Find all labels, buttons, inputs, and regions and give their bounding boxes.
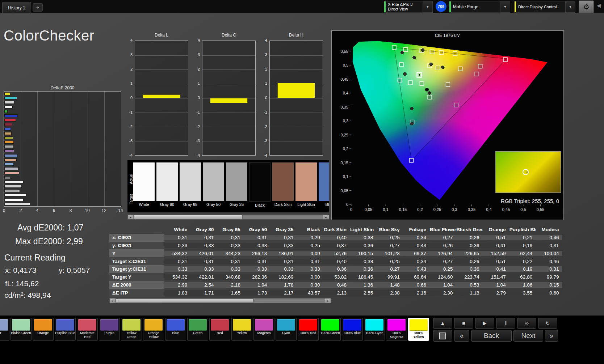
patch-swatch: Gray 35 [226,162,247,207]
y-tick-label: -4 [259,153,267,157]
patch-button-color [167,319,185,331]
y-tick-label: 1 [124,81,133,85]
table-cell: 1,04 [483,282,509,288]
patch-button[interactable]: Cyan [276,318,297,341]
patch-button[interactable]: Magenta [253,318,274,341]
patch-button[interactable]: Purple [99,318,120,341]
table-cell: 0,36 [350,243,377,248]
measurement-table: WhiteGray 80Gray 65Gray 50Gray 35BlackDa… [109,226,562,297]
target-marker [410,158,414,162]
scrollbar-track[interactable] [133,215,323,219]
table-cell: 0,33 [218,266,244,272]
scroll-left-icon[interactable]: ◄ [110,299,115,303]
row-label: ΔE 2000 [109,281,164,289]
refresh-button[interactable]: ↻ [538,318,557,329]
display-control-dropdown-arrow[interactable]: ▼ [565,1,575,13]
back-skip-button[interactable]: « [454,330,469,342]
scrollbar-track[interactable] [115,299,325,303]
patch-button-label: Orange [33,331,53,335]
y-tick-label: -3 [191,139,200,143]
loop-button[interactable]: ∞ [517,318,536,329]
table-cell: 0,36 [324,266,350,272]
settings-button[interactable]: ⚙ [579,0,594,13]
patch-button[interactable]: Orange [33,318,54,341]
measurement-marker [441,66,444,69]
next-skip-button[interactable]: » [545,330,558,342]
meter-dropdown-arrow[interactable]: ▼ [423,1,433,13]
table-cell: 0,33 [244,266,270,272]
patch-button[interactable]: Blue [165,318,186,341]
gridline [54,92,54,206]
patch-button[interactable]: Moderate Red [77,318,98,341]
table-cell: 62,80 [509,274,536,280]
table-row: ΔE ITP1,831,711,651,732,1743,572,132,552… [109,289,562,297]
patch-button-color [387,319,406,331]
back-button[interactable]: Back [471,330,512,342]
patch-swatch: Blue [319,162,329,207]
table-cell: 0,31 [218,235,244,240]
meter-dropdown[interactable]: X-Rite i1Pro 3 Direct View [384,1,423,13]
patch-button-label: Purplish Blue [55,331,75,335]
cie-x-tick: 0,3 [452,207,457,212]
scroll-left-icon[interactable]: ◄ [128,215,133,219]
tab-history-1[interactable]: History 1 [2,2,31,13]
patch-button-label: Red [210,331,230,335]
patch-button[interactable]: Orange Yellow [143,318,164,341]
deltae-bar [5,177,10,179]
patch-button-color [211,319,229,331]
pause-button[interactable]: ‖ [496,318,515,329]
source-dropdown[interactable]: Mobile Forge [449,1,500,13]
table-cell: 0,09 [297,251,323,256]
collapse-up-button[interactable]: ▲ [433,318,452,329]
table-cell: 0,30 [297,282,323,288]
scrollbar-thumb[interactable] [134,215,243,219]
table-cell: 0,31 [244,259,270,264]
scroll-right-icon[interactable]: ► [325,299,331,303]
target-marker [392,46,396,50]
source-dropdown-arrow[interactable]: ▼ [500,1,510,13]
next-button[interactable]: Next [513,330,543,342]
patch-button[interactable]: 100% Magenta [386,318,407,341]
table-cell: 2,54 [191,282,217,288]
patch-button[interactable]: Purplish Blue [55,318,76,341]
swatch-strip-scrollbar[interactable]: ◄ ► [127,215,329,220]
patch-button[interactable]: 100% Yellow [408,318,429,341]
deltae-bar [5,163,13,165]
table-scrollbar[interactable]: ◄ ► [109,298,331,303]
patch-button[interactable]: Red [209,318,230,341]
patch-button[interactable]: Green [187,318,208,341]
patch-button[interactable]: 100% Green [320,318,341,341]
y-tick-label: 3 [191,52,200,57]
patch-button[interactable]: 100% Blue [342,318,363,341]
patch-button-label: Moderate Red [77,331,97,339]
patch-button-color [233,319,251,331]
play-button[interactable]: ▶ [475,318,494,329]
patch-button[interactable]: Bluish Green [11,318,32,341]
pattern-window-button[interactable] [433,330,452,342]
scrollbar-thumb[interactable] [116,299,253,303]
table-row: Target Y534,32422,81340,68262,36182,690,… [109,273,562,281]
colorspace-709-badge[interactable]: 709 [436,1,446,12]
patch-color [180,162,201,201]
patch-swatch: Dark Skin [272,162,294,207]
cie-x-tick: 0,5 [520,207,526,212]
cie-y-tick: 0,45 [341,77,348,81]
display-control-dropdown[interactable]: Direct Display Control [514,1,566,13]
scroll-right-icon[interactable]: ► [323,215,329,219]
table-cell: 0,33 [164,243,191,248]
patch-button[interactable]: Yellow Green [121,318,142,341]
add-tab-button[interactable]: + [33,3,43,12]
patch-button-partial[interactable]: ver [0,318,9,341]
collapse-panel-button[interactable]: ◀ [597,3,601,8]
rgb-triplet-label: RGB Triplet: 255, 255, 0 [501,198,559,204]
row-label: y: CIE31 [109,242,164,250]
patch-button[interactable]: 100% Cyan [364,318,385,341]
target-marker [408,81,412,85]
y-tick-label: 4 [124,38,133,42]
patch-button[interactable]: Yellow [231,318,252,341]
stop-button[interactable]: ■ [454,318,473,329]
table-cell: 1,71 [191,290,217,296]
table-cell: 0,53 [456,282,483,288]
patch-button[interactable]: 100% Red [298,318,319,341]
y-tick-label: -3 [124,139,133,143]
